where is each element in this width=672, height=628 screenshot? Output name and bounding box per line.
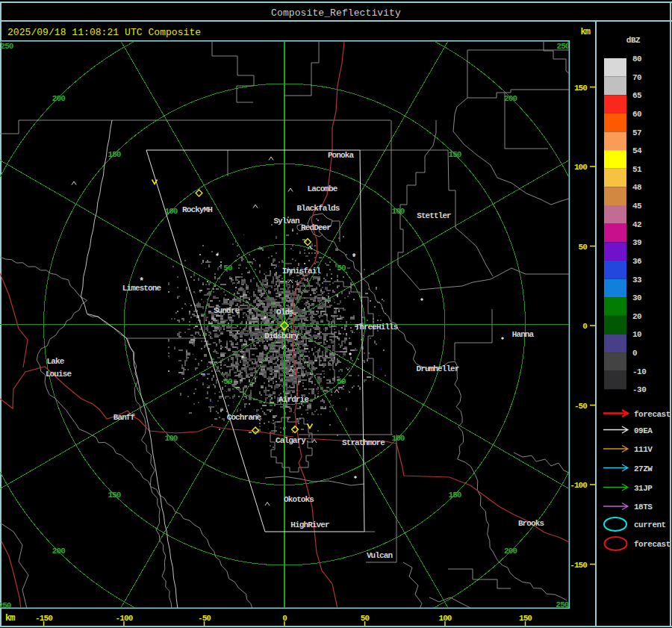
svg-text:RedDeer: RedDeer <box>301 223 331 232</box>
svg-text:150: 150 <box>574 84 587 93</box>
svg-text:Airdrie: Airdrie <box>279 395 309 404</box>
svg-text:km: km <box>580 27 590 37</box>
svg-text:Olds: Olds <box>276 308 293 317</box>
svg-text:-150: -150 <box>35 614 52 623</box>
svg-text:111V: 111V <box>634 445 653 454</box>
svg-text:65: 65 <box>632 91 642 100</box>
svg-text:ThreeHills: ThreeHills <box>355 323 397 332</box>
svg-text:Lacombe: Lacombe <box>308 184 338 193</box>
svg-text:50: 50 <box>337 377 346 386</box>
svg-text:20: 20 <box>632 312 641 321</box>
svg-text:250: 250 <box>556 42 569 51</box>
svg-text:09EA: 09EA <box>634 426 653 435</box>
svg-text:200: 200 <box>504 547 517 556</box>
svg-text:forecast: forecast <box>634 410 671 419</box>
svg-text:100: 100 <box>438 614 451 623</box>
svg-text:0: 0 <box>282 614 287 623</box>
svg-text:50: 50 <box>223 264 232 273</box>
svg-text:50: 50 <box>337 264 346 273</box>
svg-text:-50: -50 <box>574 402 587 411</box>
svg-text:2025/09/18 11:08:21 UTC Compos: 2025/09/18 11:08:21 UTC Composite <box>7 27 201 38</box>
svg-text:Cochrane: Cochrane <box>227 413 262 422</box>
svg-text:-100: -100 <box>570 481 587 490</box>
svg-text:51: 51 <box>632 165 642 174</box>
svg-text:45: 45 <box>632 202 642 211</box>
svg-text:Sundre: Sundre <box>214 306 240 315</box>
svg-text:250: 250 <box>0 42 13 51</box>
svg-text:50: 50 <box>361 614 370 623</box>
svg-text:39: 39 <box>632 238 641 247</box>
svg-text:30: 30 <box>632 293 641 302</box>
svg-text:HighRiver: HighRiver <box>290 520 329 529</box>
svg-text:54: 54 <box>632 146 642 155</box>
svg-text:forecast: forecast <box>634 540 671 549</box>
svg-text:Composite_Reflectivity: Composite_Reflectivity <box>271 7 401 19</box>
svg-text:18TS: 18TS <box>634 503 653 512</box>
svg-text:48: 48 <box>632 183 642 192</box>
svg-text:Lake: Lake <box>47 357 65 366</box>
svg-text:80: 80 <box>632 55 641 63</box>
svg-text:10: 10 <box>632 330 641 339</box>
svg-text:150: 150 <box>108 150 120 159</box>
svg-text:Strathmore: Strathmore <box>342 438 385 447</box>
svg-text:*: * <box>351 252 356 263</box>
svg-text:Louise: Louise <box>46 370 72 379</box>
svg-text:100: 100 <box>391 207 404 216</box>
svg-text:0: 0 <box>632 349 637 358</box>
svg-text:RockyMH: RockyMH <box>182 205 212 214</box>
svg-text:50: 50 <box>579 243 588 252</box>
svg-text:150: 150 <box>108 491 120 500</box>
svg-text:100: 100 <box>164 207 177 216</box>
svg-text:100: 100 <box>164 434 177 443</box>
svg-text:Ponoka: Ponoka <box>328 151 355 160</box>
svg-text:42: 42 <box>632 220 641 229</box>
svg-text:33: 33 <box>632 276 642 285</box>
svg-text:-100: -100 <box>116 614 133 623</box>
svg-text:dBZ: dBZ <box>626 36 641 45</box>
svg-text:Okotoks: Okotoks <box>284 495 314 504</box>
svg-text:0: 0 <box>582 322 587 331</box>
svg-text:Drumheller: Drumheller <box>416 364 458 373</box>
svg-text:Sylvan: Sylvan <box>273 217 299 226</box>
svg-text:Limestone: Limestone <box>122 284 162 293</box>
svg-text:current: current <box>634 520 666 529</box>
svg-text:-150: -150 <box>570 561 587 570</box>
svg-text:-30: -30 <box>632 385 646 394</box>
svg-text:Hanna: Hanna <box>512 330 535 339</box>
svg-text:150: 150 <box>448 491 461 500</box>
svg-text:60: 60 <box>632 110 641 119</box>
svg-text:Brooks: Brooks <box>518 519 544 528</box>
svg-text:-10: -10 <box>632 367 646 376</box>
svg-text:Didsbury: Didsbury <box>264 332 299 341</box>
svg-text:70: 70 <box>632 73 641 82</box>
svg-text:200: 200 <box>504 94 517 103</box>
svg-text:-50: -50 <box>198 614 211 623</box>
svg-text:Blackfalds: Blackfalds <box>296 204 339 213</box>
svg-text:Stettler: Stettler <box>417 211 451 220</box>
svg-text:50: 50 <box>223 377 232 386</box>
svg-text:Vulcan: Vulcan <box>367 551 393 560</box>
svg-text:Innisfail: Innisfail <box>282 267 322 276</box>
svg-text:27ZW: 27ZW <box>634 464 653 473</box>
svg-text:57: 57 <box>632 128 641 137</box>
svg-text:200: 200 <box>52 94 65 103</box>
svg-text:Banff: Banff <box>113 413 136 422</box>
svg-text:150: 150 <box>448 150 461 159</box>
svg-text:150: 150 <box>519 614 532 623</box>
svg-text:100: 100 <box>391 434 404 443</box>
svg-text:100: 100 <box>574 163 587 172</box>
svg-text:Calgary: Calgary <box>276 436 306 445</box>
svg-text:31JP: 31JP <box>634 484 653 493</box>
svg-text:200: 200 <box>52 547 65 556</box>
svg-text:36: 36 <box>632 257 641 266</box>
svg-text:km: km <box>5 613 15 624</box>
